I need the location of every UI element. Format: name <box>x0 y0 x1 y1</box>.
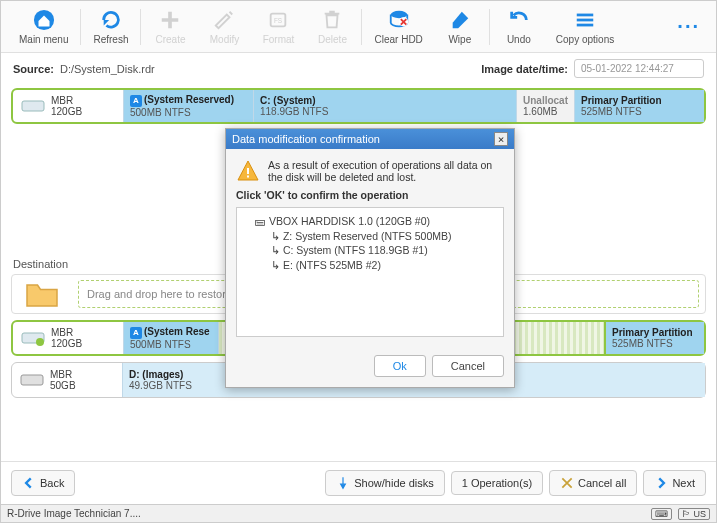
svg-rect-7 <box>577 23 594 26</box>
plus-icon <box>159 9 181 31</box>
cancel-all-button[interactable]: Cancel all <box>549 470 637 496</box>
dialog-confirm-text: Click 'OK' to confirm the operation <box>236 189 504 201</box>
delete-button: Delete <box>307 5 357 49</box>
svg-rect-11 <box>21 375 43 385</box>
svg-rect-12 <box>247 168 249 174</box>
main-menu-button[interactable]: Main menu <box>11 5 76 49</box>
show-hide-disks-button[interactable]: Show/hide disks <box>325 470 445 496</box>
next-label: Next <box>672 477 695 489</box>
dialog-title: Data modification confirmation <box>232 133 380 145</box>
operations-button[interactable]: 1 Operation(s) <box>451 471 543 495</box>
svg-rect-8 <box>22 101 44 111</box>
undo-icon <box>508 9 530 31</box>
lang-indicator[interactable]: 🏳 US <box>678 508 710 520</box>
next-button[interactable]: Next <box>643 470 706 496</box>
svg-rect-6 <box>577 18 594 21</box>
source-label: Source: <box>13 63 54 75</box>
undo-label: Undo <box>507 34 531 45</box>
partition-unallocated[interactable]: Unallocat1.60MB <box>516 90 574 122</box>
disk-head: MBR50GB <box>12 363 122 397</box>
trash-icon <box>321 9 343 31</box>
show-hide-label: Show/hide disks <box>354 477 434 489</box>
confirmation-dialog: Data modification confirmation × As a re… <box>225 128 515 388</box>
create-label: Create <box>155 34 185 45</box>
separator <box>80 9 81 45</box>
wipe-button[interactable]: Wipe <box>435 5 485 49</box>
source-row: Source: D:/System_Disk.rdr Image date/ti… <box>1 53 716 84</box>
keyboard-icon: ⌨ <box>651 508 672 520</box>
toolbar: Main menu Refresh Create Modify FS Forma… <box>1 1 716 53</box>
warning-icon <box>236 159 260 183</box>
dialog-titlebar[interactable]: Data modification confirmation × <box>226 129 514 149</box>
svg-point-3 <box>390 10 407 17</box>
disk-head: MBR120GB <box>13 90 123 122</box>
close-icon[interactable]: × <box>494 132 508 146</box>
source-path: D:/System_Disk.rdr <box>60 63 475 75</box>
dialog-list: 🖴 VBOX HARDDISK 1.0 (120GB #0) ↳ Z: Syst… <box>236 207 504 337</box>
modify-button: Modify <box>199 5 249 49</box>
list-item: 🖴 VBOX HARDDISK 1.0 (120GB #0) <box>243 214 497 229</box>
refresh-icon <box>100 9 122 31</box>
undo-button[interactable]: Undo <box>494 5 544 49</box>
refresh-button[interactable]: Refresh <box>85 5 136 49</box>
list-item: ↳ E: (NTFS 525MB #2) <box>243 258 497 273</box>
main-menu-label: Main menu <box>19 34 68 45</box>
bottom-bar: Back Show/hide disks 1 Operation(s) Canc… <box>1 461 716 504</box>
options-icon <box>574 9 596 31</box>
partition[interactable]: Primary Partition525MB NTFS <box>574 90 704 122</box>
clear-hdd-button[interactable]: Clear HDD <box>366 5 430 49</box>
back-button[interactable]: Back <box>11 470 75 496</box>
list-item: ↳ Z: System Reserved (NTFS 500MB) <box>243 229 497 244</box>
delete-label: Delete <box>318 34 347 45</box>
list-item: ↳ C: System (NTFS 118.9GB #1) <box>243 243 497 258</box>
pin-icon <box>336 476 350 490</box>
home-icon <box>33 9 55 31</box>
ok-button[interactable]: Ok <box>374 355 426 377</box>
cancel-all-icon <box>560 476 574 490</box>
refresh-label: Refresh <box>93 34 128 45</box>
folder-icon <box>22 279 62 309</box>
partition[interactable]: A(System Rese500MB NTFS <box>123 322 218 354</box>
format-button: FS Format <box>253 5 303 49</box>
disk-icon <box>21 98 45 114</box>
svg-rect-13 <box>247 176 249 178</box>
back-label: Back <box>40 477 64 489</box>
separator <box>489 9 490 45</box>
wipe-label: Wipe <box>448 34 471 45</box>
modify-label: Modify <box>210 34 239 45</box>
svg-text:FS: FS <box>274 16 282 23</box>
format-icon: FS <box>267 9 289 31</box>
svg-point-10 <box>36 338 44 346</box>
image-datetime-label: Image date/time: <box>481 63 568 75</box>
disk-head: MBR120GB <box>13 322 123 354</box>
partition[interactable]: A(System Reserved)500MB NTFS <box>123 90 253 122</box>
svg-rect-5 <box>577 13 594 16</box>
format-label: Format <box>263 34 295 45</box>
image-datetime-field[interactable]: 05-01-2022 12:44:27 <box>574 59 704 78</box>
status-title: R-Drive Image Technician 7.... <box>7 508 141 519</box>
clear-hdd-icon <box>388 9 410 31</box>
partition[interactable]: Primary Partition525MB NTFS <box>604 322 704 354</box>
arrow-right-icon <box>654 476 668 490</box>
hdd-icon <box>20 372 44 388</box>
eraser-icon <box>449 9 471 31</box>
separator <box>140 9 141 45</box>
dialog-warning-text: As a result of execution of operations a… <box>268 159 504 183</box>
cancel-button[interactable]: Cancel <box>432 355 504 377</box>
arrow-left-icon <box>22 476 36 490</box>
create-button: Create <box>145 5 195 49</box>
copy-options-button[interactable]: Copy options <box>548 5 622 49</box>
copy-options-label: Copy options <box>556 34 614 45</box>
status-bar: R-Drive Image Technician 7.... ⌨ 🏳 US <box>1 504 716 522</box>
partition[interactable]: C: (System)118.9GB NTFS <box>253 90 516 122</box>
separator <box>361 9 362 45</box>
clear-hdd-label: Clear HDD <box>374 34 422 45</box>
disk-icon <box>21 330 45 346</box>
drop-hint: Drag and drop here to restore f <box>87 288 238 300</box>
source-disk-row[interactable]: MBR120GB A(System Reserved)500MB NTFS C:… <box>11 88 706 124</box>
more-button[interactable]: ··· <box>669 15 708 38</box>
cancel-all-label: Cancel all <box>578 477 626 489</box>
pencil-icon <box>213 9 235 31</box>
operations-label: 1 Operation(s) <box>462 477 532 489</box>
